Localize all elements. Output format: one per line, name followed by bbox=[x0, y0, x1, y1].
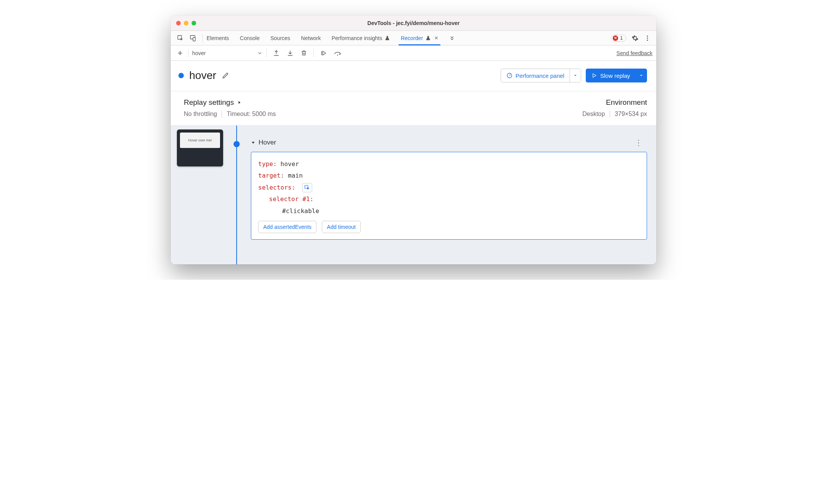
close-tab-icon[interactable]: × bbox=[435, 35, 438, 42]
performance-dropdown[interactable] bbox=[570, 69, 581, 82]
throttling-value: No throttling bbox=[184, 111, 217, 118]
error-icon: ✕ bbox=[613, 35, 618, 41]
step-details: type: hover target: main selectors: sele… bbox=[251, 152, 647, 240]
send-feedback-link[interactable]: Send feedback bbox=[617, 50, 652, 56]
tab-label: Console bbox=[240, 35, 259, 41]
svg-point-5 bbox=[647, 39, 648, 40]
button-label: Performance panel bbox=[516, 72, 565, 79]
svg-point-7 bbox=[337, 54, 338, 55]
prop-key: target bbox=[258, 172, 281, 179]
button-label: Slow replay bbox=[600, 72, 630, 79]
chevron-right-icon bbox=[237, 100, 242, 105]
tab-recorder[interactable]: Recorder × bbox=[401, 31, 438, 45]
gauge-icon bbox=[506, 72, 513, 79]
edit-title-icon[interactable] bbox=[222, 72, 229, 79]
svg-rect-2 bbox=[193, 37, 195, 41]
device-toggle-icon[interactable] bbox=[189, 35, 196, 42]
thumbnail-label: Hover over me! bbox=[180, 133, 220, 148]
step-header[interactable]: Hover ⋮ bbox=[251, 138, 647, 147]
replay-settings-label: Replay settings bbox=[184, 98, 234, 107]
timeout-value: Timeout: 5000 ms bbox=[227, 111, 276, 118]
error-badge[interactable]: ✕ 1 bbox=[611, 35, 626, 42]
divider bbox=[188, 49, 188, 57]
timeline-node[interactable] bbox=[234, 141, 240, 147]
replay-button-group: Slow replay bbox=[586, 69, 647, 82]
recording-selector[interactable]: hover bbox=[191, 50, 264, 56]
environment-label: Environment bbox=[606, 98, 647, 107]
tab-elements[interactable]: Elements bbox=[207, 31, 229, 45]
tab-label: Sources bbox=[271, 35, 290, 41]
tab-label: Performance insights bbox=[331, 35, 382, 41]
recorder-toolbar: + hover Send feedback bbox=[171, 45, 656, 61]
flask-icon bbox=[425, 35, 431, 41]
step-selector-1[interactable]: selector #1: bbox=[258, 193, 640, 205]
tab-console[interactable]: Console bbox=[240, 31, 259, 45]
recording-status-dot bbox=[178, 73, 184, 78]
inspect-icon[interactable] bbox=[177, 35, 184, 42]
recording-selector-value: hover bbox=[192, 50, 206, 56]
svg-rect-6 bbox=[321, 51, 322, 55]
prop-value: hover bbox=[281, 160, 299, 168]
step-kebab-menu[interactable]: ⋮ bbox=[635, 138, 647, 147]
more-tabs-icon[interactable] bbox=[449, 35, 455, 41]
performance-panel-button[interactable]: Performance panel bbox=[501, 69, 570, 82]
dimensions-value: 379×534 px bbox=[615, 111, 647, 118]
panel-tabs: Elements Console Sources Network Perform… bbox=[171, 31, 656, 45]
play-icon bbox=[592, 73, 597, 78]
selector-value[interactable]: #clickable bbox=[258, 205, 640, 217]
svg-point-3 bbox=[647, 35, 648, 37]
devtools-window: DevTools - jec.fyi/demo/menu-hover Eleme… bbox=[171, 15, 656, 264]
recording-title: hover bbox=[189, 69, 216, 82]
replay-dropdown[interactable] bbox=[635, 69, 647, 82]
step-prop-type[interactable]: type: hover bbox=[258, 158, 640, 170]
prop-key: type bbox=[258, 160, 273, 168]
step-play-icon[interactable] bbox=[320, 50, 327, 57]
element-picker-button[interactable] bbox=[302, 183, 312, 192]
step-prop-selectors[interactable]: selectors: bbox=[258, 182, 640, 193]
tab-performance-insights[interactable]: Performance insights bbox=[331, 31, 390, 45]
error-count: 1 bbox=[620, 35, 623, 41]
recording-header: hover Performance panel Slow replay bbox=[171, 61, 656, 91]
divider bbox=[313, 49, 314, 57]
chevron-down-icon bbox=[257, 50, 262, 56]
delete-icon[interactable] bbox=[301, 50, 307, 56]
preview-thumbnail[interactable]: Hover over me! bbox=[177, 129, 223, 166]
steps-panel: Hover over me! Hover ⋮ type: hover targe… bbox=[171, 126, 656, 264]
divider bbox=[610, 111, 610, 118]
selector-label: selector #1 bbox=[269, 195, 310, 203]
tab-label: Network bbox=[301, 35, 321, 41]
step-title: Hover bbox=[259, 139, 276, 146]
settings-gear-icon[interactable] bbox=[632, 35, 639, 42]
export-icon[interactable] bbox=[273, 50, 280, 57]
window-title: DevTools - jec.fyi/demo/menu-hover bbox=[171, 20, 656, 26]
flask-icon bbox=[385, 35, 390, 41]
add-timeout-button[interactable]: Add timeout bbox=[322, 221, 361, 233]
add-asserted-events-button[interactable]: Add assertedEvents bbox=[258, 221, 316, 233]
tab-label: Elements bbox=[207, 35, 229, 41]
kebab-menu-icon[interactable] bbox=[644, 35, 651, 42]
collapse-triangle-icon bbox=[251, 140, 255, 145]
prop-key: selectors bbox=[258, 184, 292, 191]
performance-button-group: Performance panel bbox=[501, 69, 582, 82]
divider bbox=[222, 111, 222, 118]
tab-label: Recorder bbox=[401, 35, 423, 41]
window-titlebar: DevTools - jec.fyi/demo/menu-hover bbox=[171, 15, 656, 31]
step-block: Hover ⋮ type: hover target: main selecto… bbox=[251, 126, 647, 240]
replay-settings-toggle[interactable]: Replay settings bbox=[184, 98, 276, 107]
device-value: Desktop bbox=[582, 111, 605, 118]
step-prop-target[interactable]: target: main bbox=[258, 170, 640, 181]
tab-sources[interactable]: Sources bbox=[271, 31, 290, 45]
svg-point-4 bbox=[647, 37, 648, 39]
divider bbox=[266, 49, 267, 57]
new-recording-button[interactable]: + bbox=[175, 48, 186, 58]
slow-replay-button[interactable]: Slow replay bbox=[586, 69, 635, 82]
settings-row: Replay settings No throttling Timeout: 5… bbox=[171, 91, 656, 126]
prop-value: main bbox=[288, 172, 303, 179]
step-over-icon[interactable] bbox=[334, 50, 341, 56]
import-icon[interactable] bbox=[287, 50, 294, 57]
tab-network[interactable]: Network bbox=[301, 31, 321, 45]
